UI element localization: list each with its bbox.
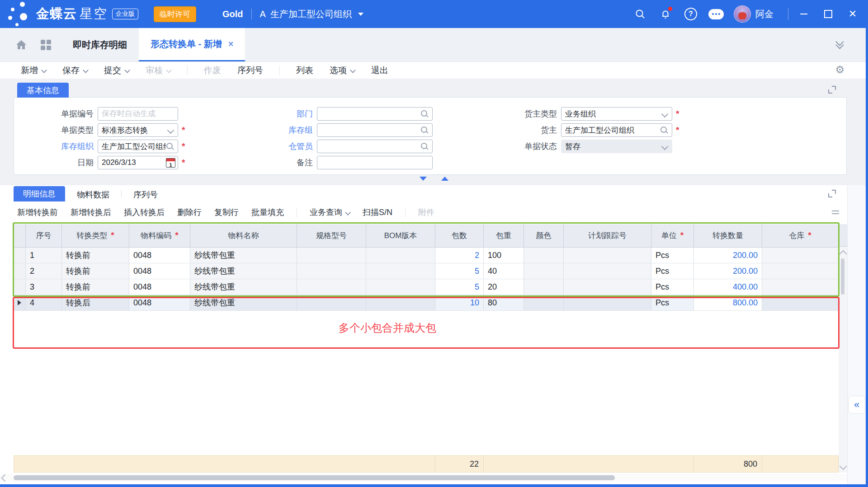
col-header-name[interactable]: 物料名称 [190,224,297,248]
cell-pkg_count-row3[interactable]: 5 [435,279,484,295]
cell-type-row1[interactable]: 转换前 [62,248,129,263]
gear-icon[interactable]: ⚙ [835,65,844,75]
cell-unit-row4[interactable]: Pcs [651,295,694,311]
cell-qty-row1[interactable]: 200.00 [694,248,762,263]
stock-keeper-label[interactable]: 仓管员 [204,141,317,152]
cell-plan-row2[interactable] [564,263,651,279]
cell-spec-row4[interactable] [297,295,366,311]
avatar[interactable] [734,5,751,23]
bill-no-field[interactable] [98,107,178,121]
lookup-icon[interactable] [421,143,429,150]
toolbar-save-button[interactable]: 保存 [62,65,88,76]
grid-settings-icon[interactable] [832,211,839,215]
expand-basic-panel-icon[interactable] [828,86,836,94]
more-options-icon[interactable] [708,6,724,22]
delete-row-button[interactable]: 删除行 [177,207,202,218]
cell-wh-row1[interactable] [762,248,839,263]
col-header-spec[interactable]: 规格型号 [297,224,366,248]
bill-no-input[interactable] [102,109,174,118]
cell-color-row4[interactable] [524,295,564,311]
dept-label[interactable]: 部门 [204,108,317,119]
cell-name-row1[interactable]: 纱线带包重 [190,248,297,263]
col-header-bom[interactable]: BOM版本 [366,224,435,248]
business-query-button[interactable]: 业务查询 [310,207,350,218]
stock-group-lookup[interactable] [317,123,433,137]
col-header-gutter[interactable] [14,224,26,248]
cell-pkg_weight-row4[interactable]: 80 [484,295,524,311]
cell-code-row1[interactable]: 0048 [129,248,190,263]
cell-spec-row2[interactable] [297,263,366,279]
horizontal-scrollbar[interactable] [0,474,847,482]
toolbar-submit-button[interactable]: 提交 [104,65,129,76]
lookup-icon[interactable] [421,126,429,134]
insert-after-conversion-button[interactable]: 插入转换后 [124,207,165,218]
help-icon[interactable]: ? [683,6,698,22]
tab-serial-number[interactable]: 序列号 [122,188,170,201]
cell-bom-row2[interactable] [366,263,435,279]
chevron-down-icon[interactable] [124,67,130,73]
chevron-down-icon[interactable] [345,210,351,215]
attachment-button[interactable]: 附件 [418,207,434,218]
toolbar-options-button[interactable]: 选项 [330,65,355,76]
remark-field[interactable] [317,156,433,169]
cell-wh-row2[interactable] [762,263,839,279]
owner-lookup[interactable]: 生产加工型公司组织 [561,123,672,137]
cell-pkg_weight-row3[interactable]: 20 [484,279,524,295]
col-header-type[interactable]: 转换类型* [62,224,129,248]
cell-gutter-row2[interactable] [14,263,26,279]
col-header-unit[interactable]: 单位* [651,224,694,248]
col-header-code[interactable]: 物料编码* [129,224,190,248]
cell-seq-row1[interactable]: 1 [26,248,62,263]
apps-grid-icon[interactable] [41,40,51,50]
owner-type-select[interactable]: 业务组织 [561,107,672,121]
stock-org-lookup[interactable]: 生产加工型公司组织 [98,140,178,153]
maximize-button[interactable] [819,6,837,22]
cell-unit-row3[interactable]: Pcs [651,279,694,295]
tab-inventory-detail[interactable]: 即时库存明细 [61,28,139,61]
copy-row-button[interactable]: 复制行 [214,207,239,218]
collapse-tabs-icon[interactable] [835,39,844,50]
remark-input[interactable] [321,158,429,167]
cell-plan-row1[interactable] [564,248,651,263]
col-header-pkg_count[interactable]: 包数 [435,224,484,248]
cell-unit-row2[interactable]: Pcs [651,263,694,279]
cell-pkg_count-row1[interactable]: 2 [435,248,484,263]
batch-fill-button[interactable]: 批量填充 [251,207,284,218]
bill-type-select[interactable]: 标准形态转换 [98,123,178,137]
lookup-icon[interactable] [421,110,429,118]
cell-spec-row1[interactable] [297,248,366,263]
lookup-icon[interactable] [660,126,668,134]
lookup-icon[interactable] [166,143,174,150]
cell-name-row2[interactable]: 纱线带包重 [190,263,297,279]
chevron-down-icon[interactable] [661,111,669,118]
chevron-down-icon[interactable] [350,67,356,73]
stock-org-label[interactable]: 库存组织 [14,141,98,152]
add-after-conversion-button[interactable]: 新增转换后 [71,207,111,218]
stock-keeper-lookup[interactable] [317,140,433,153]
scroll-down-icon[interactable] [840,463,847,470]
cell-type-row4[interactable]: 转换后 [62,295,129,311]
chevron-down-icon[interactable] [41,67,47,73]
home-icon[interactable] [15,39,27,50]
toolbar-audit-button[interactable]: 审核 [146,65,171,76]
tab-detail-info[interactable]: 明细信息 [14,186,65,201]
col-header-color[interactable]: 颜色 [524,224,564,248]
cell-color-row3[interactable] [524,279,564,295]
cell-type-row3[interactable]: 转换前 [62,279,129,295]
cell-plan-row3[interactable] [564,279,651,295]
cell-pkg_weight-row1[interactable]: 100 [484,248,524,263]
cell-pkg_count-row4[interactable]: 10 [435,295,484,311]
cell-qty-row4[interactable]: 800.00 [694,295,762,311]
cell-pkg_count-row2[interactable]: 5 [435,263,484,279]
cell-unit-row1[interactable]: Pcs [651,248,694,263]
col-header-pkg_weight[interactable]: 包重 [484,224,524,248]
cell-name-row3[interactable]: 纱线带包重 [190,279,297,295]
cell-seq-row3[interactable]: 3 [26,279,62,295]
toolbar-list-button[interactable]: 列表 [296,65,313,76]
cell-qty-row2[interactable]: 200.00 [694,263,762,279]
cell-color-row1[interactable] [524,248,564,263]
toolbar-new-button[interactable]: 新增 [21,65,46,76]
cell-gutter-row3[interactable] [14,279,26,295]
scan-sn-button[interactable]: 扫描S/N [363,207,392,218]
col-header-seq[interactable]: 序号 [26,224,62,248]
